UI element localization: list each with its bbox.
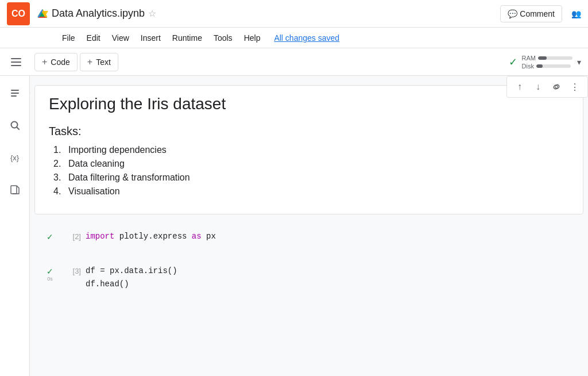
import-keyword: import — [86, 232, 114, 241]
exec-time: 0s — [47, 276, 53, 282]
hamburger-line — [11, 62, 21, 63]
list-item: 1. Importing dependencies — [53, 145, 569, 155]
checkmark-icon: ✓ — [509, 56, 517, 68]
main: {x} ↑ ↓ ⋮ ▼ Exploring the Iris datase — [0, 76, 588, 376]
task-text: Data filtering & transformation — [68, 172, 190, 183]
ram-bar-fill — [538, 56, 547, 60]
svg-rect-5 — [11, 93, 19, 94]
sidebar-item-toc[interactable] — [5, 83, 25, 103]
code-content[interactable]: import plotly.express as px — [86, 230, 576, 243]
menubar: File Edit View Insert Runtime Tools Help… — [0, 28, 588, 48]
text-btn-label: Text — [96, 57, 111, 67]
menu-view[interactable]: View — [107, 31, 134, 45]
code-cell-inner: ✓ 0s [3] df = px.data.iris() df.head() — [35, 261, 583, 294]
menu-runtime[interactable]: Runtime — [168, 31, 207, 45]
share-button[interactable]: 👥 — [571, 9, 581, 18]
svg-rect-9 — [11, 186, 17, 194]
cell-separator — [30, 251, 588, 256]
link-icon — [552, 82, 561, 91]
code-line: df.head() — [86, 278, 576, 290]
disk-row: Disk — [522, 63, 572, 70]
list-item: 4. Visualisation — [53, 186, 569, 197]
code-cell-3: ✓ 0s [3] df = px.data.iris() df.head() — [34, 258, 583, 297]
task-num: 1. — [53, 145, 65, 155]
search-icon — [9, 120, 21, 131]
drive-icon — [37, 8, 48, 20]
task-text: Data cleaning — [68, 159, 125, 169]
task-text: Importing dependencies — [68, 145, 167, 155]
menu-help[interactable]: Help — [239, 31, 265, 45]
doc-title: Data Analytics.ipynb — [52, 7, 145, 20]
toolbar: + Code + Text ✓ RAM Disk ▾ — [0, 48, 588, 76]
code-content[interactable]: df = px.data.iris() df.head() — [86, 264, 576, 290]
task-num: 3. — [53, 172, 65, 183]
plus-icon: + — [87, 57, 92, 67]
logo-co: CO — [7, 2, 30, 25]
task-text: Visualisation — [68, 186, 120, 197]
code-plain: df.head() — [86, 279, 129, 289]
disk-bar-bg — [536, 64, 571, 68]
code-plain: df = px.data.iris() — [86, 266, 177, 275]
hamburger-line — [11, 58, 21, 59]
cell-status: ✓ — [42, 230, 58, 241]
link-cell-button[interactable] — [548, 79, 564, 95]
move-down-button[interactable]: ↓ — [530, 79, 546, 95]
cell-collapse-button[interactable]: ▼ — [30, 90, 32, 98]
ram-bar-bg — [538, 56, 572, 60]
share-icon: 👥 — [571, 9, 581, 18]
sidebar: {x} — [0, 76, 30, 376]
files-icon — [9, 184, 21, 195]
svg-rect-6 — [11, 95, 17, 97]
hamburger-button[interactable] — [6, 52, 26, 72]
sidebar-item-files[interactable] — [5, 179, 25, 200]
topbar: CO Data Analytics.ipynb ☆ 💬 Comment 👥 — [0, 0, 588, 28]
comment-icon: 💬 — [508, 9, 517, 18]
cell-number: [2] — [60, 230, 81, 241]
cell-number: [3] — [60, 264, 81, 275]
svg-line-8 — [17, 127, 19, 129]
code-plain: plotly.express — [114, 232, 191, 241]
hamburger-line — [11, 65, 21, 66]
topbar-right: 💬 Comment 👥 — [500, 5, 581, 22]
task-list: 1. Importing dependencies 2. Data cleani… — [49, 145, 569, 197]
comment-label: Comment — [520, 9, 555, 18]
ram-label: RAM — [522, 55, 536, 62]
tasks-heading: Tasks: — [49, 125, 569, 138]
cell-status: ✓ 0s — [42, 264, 58, 282]
code-cell-2: ✓ [2] import plotly.express as px — [34, 224, 583, 249]
code-line: df = px.data.iris() — [86, 264, 576, 277]
toc-icon — [9, 87, 21, 99]
code-cell-inner: ✓ [2] import plotly.express as px — [35, 227, 583, 246]
menu-tools[interactable]: Tools — [209, 31, 237, 45]
as-keyword: as — [192, 232, 202, 241]
resources-dropdown-arrow[interactable]: ▾ — [577, 57, 581, 67]
list-item: 2. Data cleaning — [53, 159, 569, 169]
text-cell: ▼ Exploring the Iris dataset Tasks: 1. I… — [34, 85, 583, 214]
toolbar-right: ✓ RAM Disk ▾ — [509, 55, 588, 70]
disk-label: Disk — [522, 63, 534, 70]
sidebar-item-variables[interactable]: {x} — [5, 147, 25, 168]
svg-rect-4 — [11, 90, 19, 91]
ram-disk-area: RAM Disk — [522, 55, 572, 70]
all-changes-saved[interactable]: All changes saved — [274, 33, 339, 43]
add-text-button[interactable]: + Text — [80, 53, 118, 71]
logo-area: CO — [7, 2, 30, 25]
run-indicator: ✓ — [47, 232, 53, 241]
sidebar-item-search[interactable] — [5, 115, 25, 136]
menu-file[interactable]: File — [57, 31, 80, 45]
menu-insert[interactable]: Insert — [136, 31, 165, 45]
more-options-button[interactable]: ⋮ — [567, 79, 583, 95]
list-item: 3. Data filtering & transformation — [53, 172, 569, 183]
task-num: 4. — [53, 186, 65, 197]
move-up-button[interactable]: ↑ — [512, 79, 528, 95]
code-btn-label: Code — [51, 57, 69, 67]
menu-edit[interactable]: Edit — [82, 31, 105, 45]
add-code-button[interactable]: + Code — [34, 53, 78, 71]
disk-bar-fill — [536, 64, 543, 68]
content: ↑ ↓ ⋮ ▼ Exploring the Iris dataset Tasks… — [30, 76, 588, 376]
code-plain: px — [202, 232, 216, 241]
star-icon[interactable]: ☆ — [148, 8, 156, 19]
ram-row: RAM — [522, 55, 572, 62]
comment-button[interactable]: 💬 Comment — [500, 5, 562, 22]
cell-toolbar: ↑ ↓ ⋮ — [506, 76, 588, 98]
